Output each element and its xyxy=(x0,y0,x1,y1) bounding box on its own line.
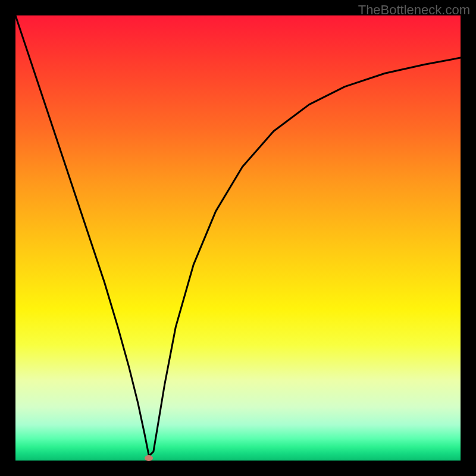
attribution-text: TheBottleneck.com xyxy=(358,2,470,18)
plot-area xyxy=(15,15,461,461)
optimal-point-marker xyxy=(145,455,153,461)
bottleneck-curve xyxy=(15,15,461,461)
chart-frame: TheBottleneck.com xyxy=(0,0,476,476)
